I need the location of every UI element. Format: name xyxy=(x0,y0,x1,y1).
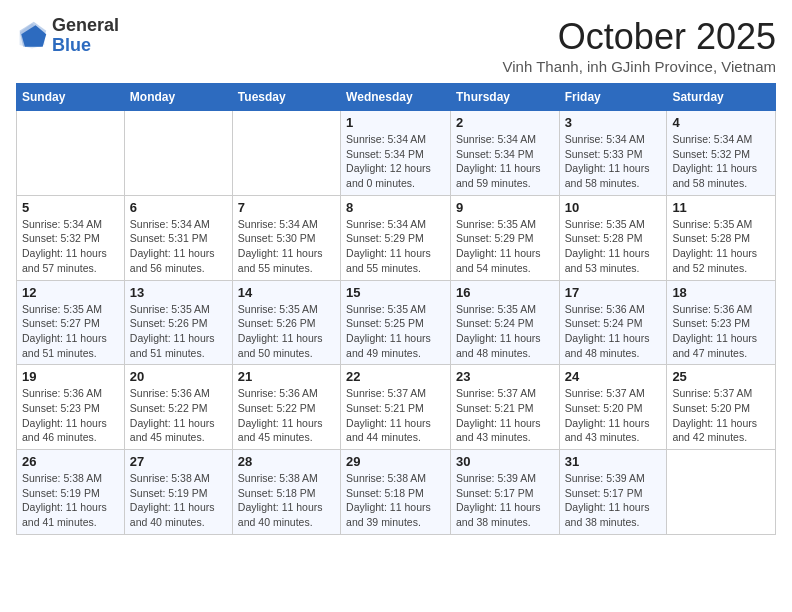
day-number: 12 xyxy=(22,285,119,300)
calendar-cell: 19Sunrise: 5:36 AM Sunset: 5:23 PM Dayli… xyxy=(17,365,125,450)
day-info: Sunrise: 5:34 AM Sunset: 5:32 PM Dayligh… xyxy=(22,217,119,276)
day-number: 22 xyxy=(346,369,445,384)
calendar-cell: 6Sunrise: 5:34 AM Sunset: 5:31 PM Daylig… xyxy=(124,195,232,280)
day-info: Sunrise: 5:37 AM Sunset: 5:20 PM Dayligh… xyxy=(565,386,662,445)
day-number: 11 xyxy=(672,200,770,215)
column-header-saturday: Saturday xyxy=(667,84,776,111)
day-info: Sunrise: 5:36 AM Sunset: 5:23 PM Dayligh… xyxy=(22,386,119,445)
calendar-week-row: 1Sunrise: 5:34 AM Sunset: 5:34 PM Daylig… xyxy=(17,111,776,196)
day-info: Sunrise: 5:36 AM Sunset: 5:22 PM Dayligh… xyxy=(130,386,227,445)
calendar-cell: 3Sunrise: 5:34 AM Sunset: 5:33 PM Daylig… xyxy=(559,111,667,196)
column-header-tuesday: Tuesday xyxy=(232,84,340,111)
calendar-cell: 18Sunrise: 5:36 AM Sunset: 5:23 PM Dayli… xyxy=(667,280,776,365)
calendar-cell xyxy=(124,111,232,196)
calendar-cell: 7Sunrise: 5:34 AM Sunset: 5:30 PM Daylig… xyxy=(232,195,340,280)
day-info: Sunrise: 5:38 AM Sunset: 5:18 PM Dayligh… xyxy=(346,471,445,530)
day-number: 17 xyxy=(565,285,662,300)
calendar-cell: 29Sunrise: 5:38 AM Sunset: 5:18 PM Dayli… xyxy=(341,450,451,535)
logo-icon xyxy=(16,20,48,52)
calendar-cell: 8Sunrise: 5:34 AM Sunset: 5:29 PM Daylig… xyxy=(341,195,451,280)
calendar-cell: 24Sunrise: 5:37 AM Sunset: 5:20 PM Dayli… xyxy=(559,365,667,450)
day-info: Sunrise: 5:36 AM Sunset: 5:22 PM Dayligh… xyxy=(238,386,335,445)
column-header-thursday: Thursday xyxy=(450,84,559,111)
day-number: 18 xyxy=(672,285,770,300)
day-info: Sunrise: 5:35 AM Sunset: 5:28 PM Dayligh… xyxy=(565,217,662,276)
day-info: Sunrise: 5:39 AM Sunset: 5:17 PM Dayligh… xyxy=(565,471,662,530)
day-info: Sunrise: 5:35 AM Sunset: 5:26 PM Dayligh… xyxy=(130,302,227,361)
calendar-cell: 16Sunrise: 5:35 AM Sunset: 5:24 PM Dayli… xyxy=(450,280,559,365)
logo-blue-text: Blue xyxy=(52,35,91,55)
day-info: Sunrise: 5:37 AM Sunset: 5:20 PM Dayligh… xyxy=(672,386,770,445)
day-info: Sunrise: 5:35 AM Sunset: 5:25 PM Dayligh… xyxy=(346,302,445,361)
calendar-cell: 5Sunrise: 5:34 AM Sunset: 5:32 PM Daylig… xyxy=(17,195,125,280)
day-number: 31 xyxy=(565,454,662,469)
day-number: 10 xyxy=(565,200,662,215)
day-number: 3 xyxy=(565,115,662,130)
day-info: Sunrise: 5:35 AM Sunset: 5:28 PM Dayligh… xyxy=(672,217,770,276)
calendar-cell: 25Sunrise: 5:37 AM Sunset: 5:20 PM Dayli… xyxy=(667,365,776,450)
calendar-cell: 31Sunrise: 5:39 AM Sunset: 5:17 PM Dayli… xyxy=(559,450,667,535)
calendar-cell: 23Sunrise: 5:37 AM Sunset: 5:21 PM Dayli… xyxy=(450,365,559,450)
calendar-cell: 1Sunrise: 5:34 AM Sunset: 5:34 PM Daylig… xyxy=(341,111,451,196)
calendar-cell: 20Sunrise: 5:36 AM Sunset: 5:22 PM Dayli… xyxy=(124,365,232,450)
day-number: 23 xyxy=(456,369,554,384)
calendar-cell: 22Sunrise: 5:37 AM Sunset: 5:21 PM Dayli… xyxy=(341,365,451,450)
day-number: 14 xyxy=(238,285,335,300)
calendar-cell: 2Sunrise: 5:34 AM Sunset: 5:34 PM Daylig… xyxy=(450,111,559,196)
column-header-wednesday: Wednesday xyxy=(341,84,451,111)
calendar-week-row: 19Sunrise: 5:36 AM Sunset: 5:23 PM Dayli… xyxy=(17,365,776,450)
month-title: October 2025 xyxy=(502,16,776,58)
calendar-cell: 28Sunrise: 5:38 AM Sunset: 5:18 PM Dayli… xyxy=(232,450,340,535)
day-info: Sunrise: 5:38 AM Sunset: 5:19 PM Dayligh… xyxy=(130,471,227,530)
calendar-week-row: 5Sunrise: 5:34 AM Sunset: 5:32 PM Daylig… xyxy=(17,195,776,280)
calendar-cell: 27Sunrise: 5:38 AM Sunset: 5:19 PM Dayli… xyxy=(124,450,232,535)
day-number: 9 xyxy=(456,200,554,215)
day-number: 1 xyxy=(346,115,445,130)
day-info: Sunrise: 5:34 AM Sunset: 5:31 PM Dayligh… xyxy=(130,217,227,276)
location-subtitle: Vinh Thanh, inh GJinh Province, Vietnam xyxy=(502,58,776,75)
day-number: 16 xyxy=(456,285,554,300)
column-header-friday: Friday xyxy=(559,84,667,111)
day-number: 27 xyxy=(130,454,227,469)
day-number: 6 xyxy=(130,200,227,215)
calendar-cell: 12Sunrise: 5:35 AM Sunset: 5:27 PM Dayli… xyxy=(17,280,125,365)
day-info: Sunrise: 5:37 AM Sunset: 5:21 PM Dayligh… xyxy=(456,386,554,445)
day-info: Sunrise: 5:39 AM Sunset: 5:17 PM Dayligh… xyxy=(456,471,554,530)
calendar-header-row: SundayMondayTuesdayWednesdayThursdayFrid… xyxy=(17,84,776,111)
column-header-sunday: Sunday xyxy=(17,84,125,111)
day-info: Sunrise: 5:34 AM Sunset: 5:34 PM Dayligh… xyxy=(456,132,554,191)
calendar-cell xyxy=(232,111,340,196)
calendar-week-row: 12Sunrise: 5:35 AM Sunset: 5:27 PM Dayli… xyxy=(17,280,776,365)
calendar-cell: 30Sunrise: 5:39 AM Sunset: 5:17 PM Dayli… xyxy=(450,450,559,535)
calendar-cell: 11Sunrise: 5:35 AM Sunset: 5:28 PM Dayli… xyxy=(667,195,776,280)
day-info: Sunrise: 5:36 AM Sunset: 5:23 PM Dayligh… xyxy=(672,302,770,361)
day-number: 21 xyxy=(238,369,335,384)
day-info: Sunrise: 5:36 AM Sunset: 5:24 PM Dayligh… xyxy=(565,302,662,361)
day-number: 26 xyxy=(22,454,119,469)
day-info: Sunrise: 5:34 AM Sunset: 5:32 PM Dayligh… xyxy=(672,132,770,191)
day-number: 13 xyxy=(130,285,227,300)
day-info: Sunrise: 5:38 AM Sunset: 5:18 PM Dayligh… xyxy=(238,471,335,530)
calendar-cell xyxy=(17,111,125,196)
day-number: 15 xyxy=(346,285,445,300)
calendar-table: SundayMondayTuesdayWednesdayThursdayFrid… xyxy=(16,83,776,535)
day-info: Sunrise: 5:34 AM Sunset: 5:34 PM Dayligh… xyxy=(346,132,445,191)
logo-general-text: General xyxy=(52,15,119,35)
title-block: October 2025 Vinh Thanh, inh GJinh Provi… xyxy=(502,16,776,75)
day-info: Sunrise: 5:37 AM Sunset: 5:21 PM Dayligh… xyxy=(346,386,445,445)
calendar-cell: 26Sunrise: 5:38 AM Sunset: 5:19 PM Dayli… xyxy=(17,450,125,535)
calendar-cell: 9Sunrise: 5:35 AM Sunset: 5:29 PM Daylig… xyxy=(450,195,559,280)
day-number: 19 xyxy=(22,369,119,384)
day-info: Sunrise: 5:35 AM Sunset: 5:29 PM Dayligh… xyxy=(456,217,554,276)
day-number: 2 xyxy=(456,115,554,130)
day-info: Sunrise: 5:35 AM Sunset: 5:24 PM Dayligh… xyxy=(456,302,554,361)
day-info: Sunrise: 5:34 AM Sunset: 5:30 PM Dayligh… xyxy=(238,217,335,276)
day-number: 20 xyxy=(130,369,227,384)
column-header-monday: Monday xyxy=(124,84,232,111)
day-info: Sunrise: 5:34 AM Sunset: 5:29 PM Dayligh… xyxy=(346,217,445,276)
day-info: Sunrise: 5:35 AM Sunset: 5:27 PM Dayligh… xyxy=(22,302,119,361)
day-number: 25 xyxy=(672,369,770,384)
day-info: Sunrise: 5:35 AM Sunset: 5:26 PM Dayligh… xyxy=(238,302,335,361)
day-number: 7 xyxy=(238,200,335,215)
calendar-week-row: 26Sunrise: 5:38 AM Sunset: 5:19 PM Dayli… xyxy=(17,450,776,535)
